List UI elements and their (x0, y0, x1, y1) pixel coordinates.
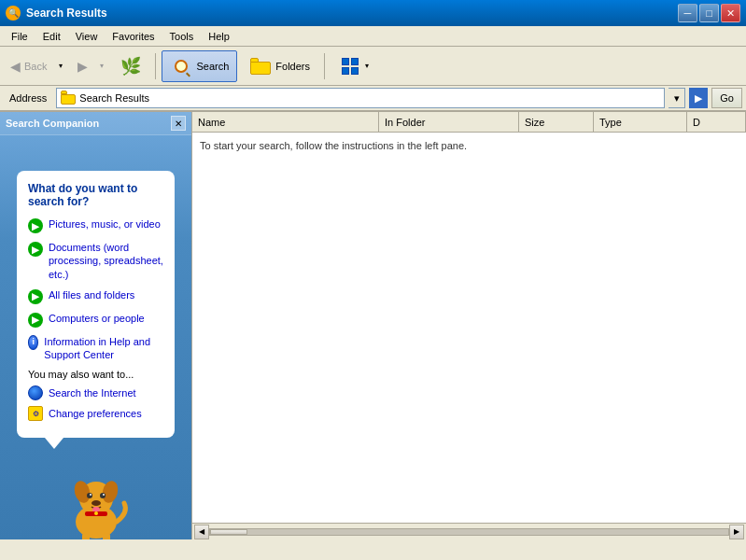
refresh-icon: 🌿 (120, 56, 141, 77)
separator-2 (324, 53, 325, 79)
horizontal-scrollbar[interactable]: ◀ ▶ (192, 525, 746, 539)
companion-bubble: What do you want to search for? ▶ Pictur… (17, 171, 175, 438)
col-type-label: Type (599, 117, 622, 128)
col-header-folder[interactable]: In Folder (379, 112, 519, 132)
search-button[interactable]: Search (162, 50, 237, 82)
view-button[interactable]: ▾ (331, 50, 377, 82)
forward-dropdown-button[interactable]: ▾ (95, 50, 108, 82)
col-header-date[interactable]: D (687, 112, 746, 132)
menu-help[interactable]: Help (201, 29, 237, 44)
pictures-arrow-icon: ▶ (28, 218, 43, 233)
computers-link-label: Computers or people (49, 312, 145, 325)
view-icon (339, 55, 361, 77)
scroll-left-button[interactable]: ◀ (194, 525, 209, 539)
link-all-files[interactable]: ▶ All files and folders (28, 288, 163, 304)
back-button[interactable]: ◀ Back (4, 50, 53, 82)
back-icon: ◀ (10, 59, 21, 74)
minimize-button[interactable]: ─ (678, 4, 697, 22)
menu-favorites[interactable]: Favorites (105, 29, 162, 44)
maximize-button[interactable]: □ (699, 4, 719, 22)
right-panel: Name In Folder Size Type D To start your… (191, 112, 746, 539)
search-companion-title: Search Companion (6, 118, 99, 129)
folders-icon (249, 55, 272, 77)
address-folder-icon (61, 91, 76, 105)
scroll-right-button[interactable]: ▶ (729, 525, 744, 539)
forward-nav: ▶ ▾ (71, 50, 108, 82)
internet-globe-icon (28, 385, 43, 400)
link-pictures[interactable]: ▶ Pictures, music, or video (28, 217, 163, 233)
menu-edit[interactable]: Edit (35, 29, 68, 44)
col-header-type[interactable]: Type (594, 112, 687, 132)
title-bar: 🔍 Search Results ─ □ ✕ (0, 0, 746, 26)
computers-arrow-icon: ▶ (28, 313, 43, 328)
separator-1 (155, 53, 156, 79)
forward-icon: ▶ (77, 59, 88, 74)
help-link-label: Information in Help and Support Center (44, 335, 163, 362)
folders-button[interactable]: Folders (241, 50, 318, 82)
svg-rect-13 (103, 533, 110, 539)
documents-link-label: Documents (word processing, spreadsheet,… (49, 241, 163, 281)
address-field[interactable]: Search Results (56, 88, 665, 108)
companion-question: What do you want to search for? (28, 182, 163, 208)
svg-point-7 (103, 494, 105, 496)
col-size-label: Size (525, 117, 544, 128)
col-header-size[interactable]: Size (519, 112, 594, 132)
back-dropdown-button[interactable]: ▾ (54, 50, 67, 82)
svg-point-11 (94, 511, 98, 515)
left-panel: Search Companion ✕ What do you want to s… (0, 112, 191, 539)
menu-tools[interactable]: Tools (162, 29, 202, 44)
dog-mascot (54, 456, 138, 539)
svg-point-5 (100, 493, 106, 498)
svg-point-8 (91, 500, 101, 506)
link-help[interactable]: i Information in Help and Support Center (28, 335, 163, 362)
svg-point-6 (90, 494, 91, 496)
also-title: You may also want to... (28, 369, 163, 380)
scroll-track[interactable] (209, 528, 729, 536)
col-date-label: D (693, 117, 700, 128)
go-button[interactable]: Go (711, 88, 742, 108)
documents-arrow-icon: ▶ (28, 242, 43, 257)
address-go-arrow[interactable]: ▶ (689, 88, 708, 108)
forward-button[interactable]: ▶ (71, 50, 94, 82)
link-preferences[interactable]: ⚙ Change preferences (28, 406, 163, 421)
refresh-button[interactable]: 🌿 (112, 50, 149, 82)
preferences-icon: ⚙ (28, 406, 43, 421)
window-controls: ─ □ ✕ (678, 4, 740, 22)
window-icon: 🔍 (6, 6, 21, 21)
svg-point-4 (87, 493, 92, 498)
col-folder-label: In Folder (385, 117, 425, 128)
all-files-arrow-icon: ▶ (28, 289, 43, 304)
address-bar: Address Search Results ▾ ▶ Go (0, 86, 746, 112)
close-button[interactable]: ✕ (721, 4, 740, 22)
address-dropdown-button[interactable]: ▾ (669, 88, 685, 108)
close-companion-button[interactable]: ✕ (171, 116, 186, 131)
main-area: Search Companion ✕ What do you want to s… (0, 112, 746, 539)
folders-label: Folders (275, 61, 310, 72)
preferences-link-label: Change preferences (49, 408, 142, 419)
menu-file[interactable]: File (4, 29, 35, 44)
search-label: Search (196, 61, 229, 72)
toolbar: ◀ Back ▾ ▶ ▾ 🌿 Search Folders (0, 47, 746, 86)
search-companion-header: Search Companion ✕ (0, 112, 191, 135)
col-name-label: Name (198, 117, 225, 128)
scrollbar-area: ◀ ▶ (192, 523, 746, 539)
back-nav: ◀ Back ▾ (4, 50, 67, 82)
view-dropdown-arrow: ▾ (365, 62, 369, 70)
link-internet[interactable]: Search the Internet (28, 385, 163, 400)
scroll-thumb[interactable] (210, 529, 247, 535)
back-label: Back (24, 61, 47, 72)
results-content: To start your search, follow the instruc… (192, 133, 746, 523)
window-title: Search Results (26, 7, 672, 20)
column-headers: Name In Folder Size Type D (192, 112, 746, 133)
bubble-tail (45, 438, 63, 449)
instruction-text: To start your search, follow the instruc… (200, 140, 467, 151)
go-label: Go (720, 92, 734, 104)
also-section: You may also want to... Search the Inter… (28, 369, 163, 421)
pictures-link-label: Pictures, music, or video (49, 217, 161, 231)
svg-rect-12 (82, 533, 90, 539)
menu-view[interactable]: View (68, 29, 106, 44)
link-documents[interactable]: ▶ Documents (word processing, spreadshee… (28, 241, 163, 281)
link-computers-people[interactable]: ▶ Computers or people (28, 312, 163, 328)
col-header-name[interactable]: Name (192, 112, 379, 132)
internet-link-label: Search the Internet (49, 387, 136, 399)
